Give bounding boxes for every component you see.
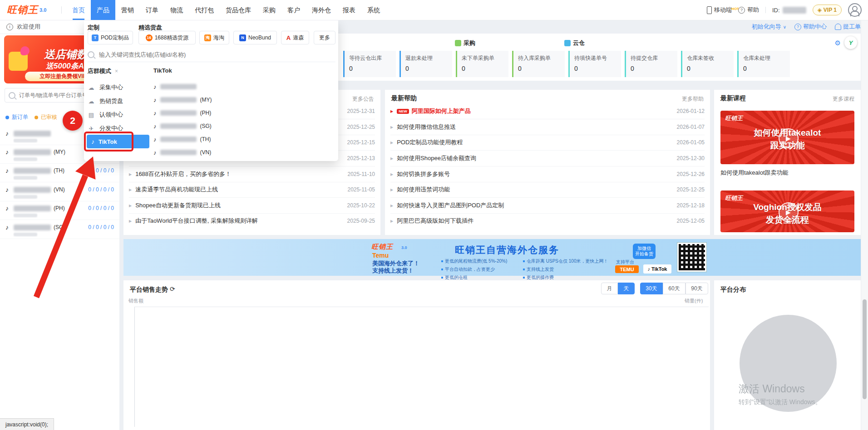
tiktok-icon: ♪ [153,110,157,117]
more-announcements-link[interactable]: 更多公告 [352,95,374,103]
unit-month-button[interactable]: 月 [601,283,618,294]
help-row[interactable]: ▶ 如何切换拼多多账号 2025-12-26 [390,166,705,182]
shop-row[interactable]: ♪ (VN) 0 / 0 / 0 / 0 [0,182,119,201]
menu-item-hot-products[interactable]: ☁ 热销货盘 [88,95,156,108]
refresh-icon[interactable]: ⟳ [170,285,175,293]
announcement-row[interactable]: ▶ 速卖通季节品商机功能现已上线 2025-11-05 [129,182,375,198]
nav-item-system[interactable]: 系统 [361,0,386,20]
nav-item-warehouse[interactable]: 货品仓库 [220,0,257,20]
scrollbar-track[interactable] [861,20,868,430]
overseas-warehouse-banner[interactable]: 旺销王 3.0 Temu 美国海外仓来了！ 支持线上发货！ 旺销王自营海外仓服务… [123,239,861,276]
status-bar-link-preview: javascript:void(0); [0,418,54,430]
help-link[interactable]: ? 帮助 [738,6,759,14]
vip-icon: ◈ [818,7,822,13]
course-caption[interactable]: 如何使用takealot跟卖功能 [720,169,854,177]
menu-item-distribute-center[interactable]: ✈ 分发中心 [88,122,156,135]
neobund-button[interactable]: N NeoBund [233,31,277,44]
divider [88,62,335,62]
shop-row[interactable]: ♪ (PH) 0 / 0 / 0 / 0 [0,201,119,220]
help-row[interactable]: ▶ 如何使用微信信息推送 2026-01-07 [390,119,705,135]
announcement-row[interactable]: ▶ 1688百亿补贴开启，买的多省的多！ 2025-11-10 [129,166,375,182]
more-sources-button[interactable]: 更多 [314,31,335,44]
tiktok-shop-item[interactable]: ♪ (TH) [153,134,211,145]
nav-item-marketing[interactable]: 营销 [115,0,140,20]
more-help-link[interactable]: 更多帮助 [682,95,704,103]
new-order-dot [5,116,9,119]
triangle-icon: ▶ [390,172,393,176]
shop-row[interactable]: ♪ (TH) 0 / 0 / 0 / 0 [0,163,119,182]
mobile-app-link[interactable]: 移动端 HOT [707,6,732,14]
question-icon: ? [794,24,801,30]
y-axis-label-left: 销售额 [128,298,143,304]
triangle-icon: ▶ [129,172,132,176]
stat-card[interactable]: 退款未处理0 [399,51,452,77]
help-row[interactable]: ▶ NEW 阿里国际如何上架产品 2026-01-12 [390,103,705,119]
menu-item-collect-center[interactable]: ☁ 采集中心 [88,81,156,94]
welcome-text: 欢迎使用 [17,23,40,31]
nav-item-reports[interactable]: 报表 [337,0,361,20]
vip-badge[interactable]: ◈ VIP 1 [813,5,842,15]
wechat-button[interactable]: 加微信开始备货 [633,244,656,259]
shop-counts: 0 / 0 / 0 / 0 [88,186,114,193]
scrollbar-thumb[interactable] [863,299,867,399]
unit-day-button-active[interactable]: 天 [618,283,635,294]
range-90d-button[interactable]: 90天 [686,283,708,294]
stat-card[interactable]: 待入库采购单0 [512,51,565,77]
help-row[interactable]: ▶ POD定制品功能使用教程 2026-01-05 [390,135,705,151]
course-thumbnail[interactable]: 旺销王 Voghion授权发品 发货全流程 ▶ [720,191,854,232]
haitao-button[interactable]: 淘 海淘 [199,31,229,44]
nav-item-home[interactable]: 首页 [66,0,91,20]
distribution-title: 平台分布 [720,286,746,294]
init-guide-link[interactable]: 初始化向导∨ [752,23,786,31]
nav-item-overseas[interactable]: 海外仓 [306,0,337,20]
nav-item-purchase[interactable]: 采购 [257,0,281,20]
announcement-row[interactable]: ▶ Shopee自动更新备货期现已上线 2025-10-22 [129,198,375,214]
y-axis-label-right: 销量(件) [685,298,703,304]
stat-card[interactable]: 未下单采购单0 [456,51,508,77]
aosom-button[interactable]: A 遨森 [281,31,309,44]
tiktok-shop-item[interactable]: ♪ (PH) [153,108,211,118]
nav-item-products-active[interactable]: 产品 [91,0,115,20]
stat-card[interactable]: 仓库未签收0 [681,51,734,77]
tiktok-icon: ♪ [5,130,9,137]
gear-icon[interactable]: ⚙ [835,39,841,47]
shop-filter-input[interactable] [98,51,318,59]
nav-item-orders[interactable]: 订单 [140,0,164,20]
close-icon[interactable]: × [115,68,118,74]
help-row[interactable]: ▶ 如何使用违禁词功能 2025-12-25 [390,182,705,198]
tiktok-shop-item[interactable]: ♪ (MY) [153,94,212,105]
nav-item-logistics[interactable]: 物流 [164,0,189,20]
tiktok-shop-item[interactable]: ♪ (SG) [153,121,212,132]
range-30d-button-active[interactable]: 30天 [640,283,663,294]
tiktok-shop-item[interactable]: ♪ (VN) [153,147,211,158]
course-thumbnail[interactable]: 旺销王 如何使用takealot 跟卖功能 ▶ [720,111,854,164]
pod-custom-button[interactable]: T POD定制品 [88,31,133,44]
nav-item-packing[interactable]: 代打包 [189,0,220,20]
more-courses-link[interactable]: 更多课程 [833,95,854,103]
empty-pie-chart [740,315,837,412]
nav-item-customers[interactable]: 客户 [281,0,306,20]
avatar[interactable] [848,3,862,17]
stat-card[interactable]: 仓库未处理0 [737,51,790,77]
range-60d-button[interactable]: 60天 [663,283,686,294]
1688-source-button[interactable]: 16 1688精选货源 [138,31,196,44]
products-dropdown: 定制 精选货盘 T POD定制品 16 1688精选货源 淘 海淘 N NeoB… [84,20,338,161]
stat-card[interactable]: 等待云仓出库0 [343,51,396,77]
stat-card[interactable]: 待填快递单号0 [568,51,621,77]
menu-item-tiktok-selected[interactable]: ♪ TikTok [87,135,149,148]
shop-row[interactable]: ♪ (SG) 0 / 0 / 0 / 0 [0,220,119,239]
shop-sub-blurred [14,176,37,180]
tiktok-icon: ♪ [153,123,157,130]
tiktok-shop-item[interactable]: ♪ [153,81,200,92]
stat-card[interactable]: 待提交仓库0 [625,51,677,77]
help-center-link[interactable]: ? 帮助中心 [794,23,827,31]
help-row[interactable]: ▶ 阿里巴巴高级版如何下载插件 2025-12-05 [390,213,705,229]
shop-name-blurred [14,225,51,230]
menu-item-claim-center[interactable]: ▤ 认领中心 [88,108,156,121]
ticket-link[interactable]: 提工单 [835,23,861,31]
help-row[interactable]: ▶ 如何快速导入灵图产品图到POD产品定制 2025-12-18 [390,198,705,214]
assistant-float-icon[interactable]: Y [844,36,857,49]
shop-filter-search[interactable] [88,48,335,61]
announcement-row[interactable]: ▶ 由于TaoWorld平台接口调整, 采集解除规则详解 2025-09-25 [129,213,375,229]
help-row[interactable]: ▶ 如何使用Shopee店铺余额查询 2025-12-30 [390,151,705,166]
